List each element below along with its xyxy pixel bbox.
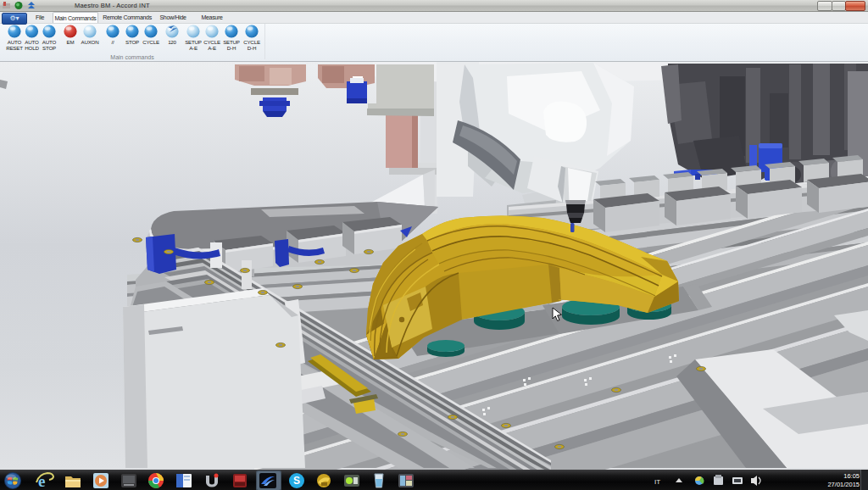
svg-text:S: S	[293, 475, 300, 487]
svg-text:IT: IT	[654, 478, 660, 486]
